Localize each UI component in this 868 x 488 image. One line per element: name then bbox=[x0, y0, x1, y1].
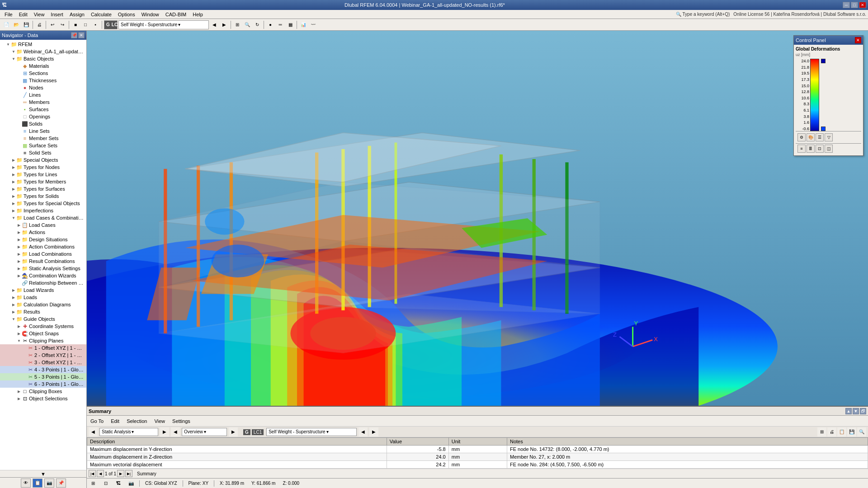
nav-tab-camera[interactable]: 📷 bbox=[44, 479, 54, 488]
nav-item-types-members[interactable]: ▶ 📁 Types for Members bbox=[0, 178, 86, 185]
control-panel-close-button[interactable]: ✕ bbox=[855, 37, 861, 43]
summary-expand-button[interactable]: ▲ bbox=[845, 408, 852, 414]
window-controls[interactable]: ─ □ ✕ bbox=[843, 2, 866, 8]
3d-viewport[interactable]: X Y Z Control Panel ✕ Global Deformation… bbox=[87, 31, 868, 406]
nav-item-static-analysis[interactable]: ▶ 📁 Static Analysis Settings bbox=[0, 265, 86, 272]
status-icon-2[interactable]: ⊡ bbox=[101, 479, 110, 488]
cp-list-icon[interactable]: ☰ bbox=[816, 133, 824, 141]
analysis-type-dropdown[interactable]: Static Analysis ▾ bbox=[99, 428, 158, 436]
print-button[interactable]: 🖨 bbox=[35, 20, 44, 29]
menu-window[interactable]: Window bbox=[139, 11, 162, 18]
toggle-rfem[interactable]: ▼ bbox=[5, 42, 11, 47]
nav-item-solid-sets[interactable]: ■ Solid Sets bbox=[0, 149, 86, 156]
toggle-project[interactable]: ▼ bbox=[11, 49, 16, 54]
lc-next-button[interactable]: ▶ bbox=[369, 427, 378, 436]
status-icon-1[interactable]: ⊞ bbox=[89, 479, 98, 488]
toggle-basic-objects[interactable]: ▼ bbox=[11, 56, 16, 61]
next-page-button[interactable]: ▶ bbox=[117, 470, 124, 477]
minimize-button[interactable]: ─ bbox=[843, 2, 850, 8]
menu-insert[interactable]: Insert bbox=[48, 11, 66, 18]
selection-button[interactable]: Selection bbox=[125, 418, 149, 425]
show-members-button[interactable]: ═ bbox=[276, 20, 285, 29]
navigator-scroll-down[interactable]: ▼ bbox=[0, 470, 86, 477]
nav-item-lines[interactable]: ╱ Lines bbox=[0, 91, 86, 99]
first-page-button[interactable]: |◀ bbox=[89, 470, 96, 477]
menu-file[interactable]: File bbox=[2, 11, 15, 18]
export-results-button[interactable]: 💾 bbox=[847, 427, 856, 436]
load-case-color[interactable]: G LC1 bbox=[104, 20, 118, 29]
status-icon-4[interactable]: 📷 bbox=[127, 479, 136, 488]
nav-item-members[interactable]: ═ Members bbox=[0, 99, 86, 106]
nav-item-sections[interactable]: ⊞ Sections bbox=[0, 70, 86, 77]
nav-item-solids[interactable]: ⬛ Solids bbox=[0, 120, 86, 127]
nav-item-load-cases-combinations[interactable]: ▼ 📁 Load Cases & Combinations bbox=[0, 214, 86, 221]
nav-item-types-nodes[interactable]: ▶ 📁 Types for Nodes bbox=[0, 164, 86, 171]
menu-view[interactable]: View bbox=[31, 11, 47, 18]
nav-item-load-combinations[interactable]: ▶ 📁 Load Combinations bbox=[0, 250, 86, 258]
nav-close-button[interactable]: ✕ bbox=[78, 32, 85, 38]
cp-settings-icon[interactable]: ⚙ bbox=[797, 133, 806, 141]
analysis-arrow-left[interactable]: ◀ bbox=[89, 427, 98, 436]
nav-item-clip-3[interactable]: ✂ 3 - Offset XYZ | 1 - Global X bbox=[0, 359, 86, 366]
nav-item-actions[interactable]: ▶ 📁 Actions bbox=[0, 229, 86, 236]
nav-item-loads[interactable]: ▶ 📁 Loads bbox=[0, 294, 86, 301]
print-results-button[interactable]: 🖨 bbox=[827, 427, 836, 436]
zoom-in-button[interactable]: 🔍 bbox=[243, 20, 252, 29]
view-button[interactable]: View bbox=[152, 418, 167, 425]
nav-tab-view[interactable]: 👁 bbox=[21, 479, 31, 488]
nav-item-action-combinations[interactable]: ▶ 📁 Action Combinations bbox=[0, 243, 86, 250]
lc-name-dropdown[interactable]: Self Weight - Superstructure ▾ bbox=[266, 428, 357, 436]
toggle-special[interactable]: ▶ bbox=[11, 157, 16, 163]
nav-float-button[interactable]: 📌 bbox=[71, 32, 77, 38]
redo-button[interactable]: ↪ bbox=[58, 20, 67, 29]
summary-float-button[interactable]: 🗗 bbox=[860, 408, 866, 414]
lc-prev-button[interactable]: ◀ bbox=[359, 427, 368, 436]
cp-tb2-2[interactable]: ≣ bbox=[807, 145, 815, 153]
nav-item-openings[interactable]: □ Openings bbox=[0, 113, 86, 120]
nav-item-design-situations[interactable]: ▶ 📁 Design Situations bbox=[0, 236, 86, 243]
nav-item-surface-sets[interactable]: ▦ Surface Sets bbox=[0, 142, 86, 149]
show-surfaces-button[interactable]: ▦ bbox=[286, 20, 295, 29]
overview-next-button[interactable]: ▶ bbox=[229, 427, 238, 436]
close-button[interactable]: ✕ bbox=[859, 2, 866, 8]
goto-button[interactable]: Go To bbox=[89, 418, 105, 425]
load-case-selector[interactable]: Self Weight - Superstructure ▾ bbox=[118, 20, 209, 29]
nav-item-line-sets[interactable]: ≡ Line Sets bbox=[0, 127, 86, 135]
nav-item-calc-diagrams[interactable]: ▶ 📁 Calculation Diagrams bbox=[0, 301, 86, 308]
nav-item-types-special[interactable]: ▶ 📁 Types for Special Objects bbox=[0, 200, 86, 207]
zoom-fit-results-button[interactable]: ⊞ bbox=[817, 427, 826, 436]
menu-help[interactable]: Help bbox=[190, 11, 206, 18]
nav-item-special-objects[interactable]: ▶ 📁 Special Objects bbox=[0, 156, 86, 164]
nav-tab-data[interactable]: 📋 bbox=[33, 479, 42, 488]
menu-cad-bim[interactable]: CAD-BIM bbox=[163, 11, 189, 18]
cp-color-icon[interactable]: 🎨 bbox=[807, 133, 815, 141]
nav-item-object-selections[interactable]: ▶ ⊡ Object Selections bbox=[0, 395, 86, 402]
nav-item-guide-objects[interactable]: ▼ 📁 Guide Objects bbox=[0, 315, 86, 323]
nav-item-types-surfaces[interactable]: ▶ 📁 Types for Surfaces bbox=[0, 185, 86, 192]
copy-results-button[interactable]: 📋 bbox=[837, 427, 846, 436]
nav-item-clip-4[interactable]: ✂ 4 - 3 Points | 1 - Global X bbox=[0, 366, 86, 373]
cp-tb2-3[interactable]: ⊡ bbox=[816, 145, 824, 153]
rotate-button[interactable]: ↻ bbox=[253, 20, 262, 29]
nav-item-relationship[interactable]: 🔗 Relationship Between Load C bbox=[0, 279, 86, 286]
nav-item-materials[interactable]: ◆ Materials bbox=[0, 62, 86, 70]
nav-item-object-snaps[interactable]: ▶ 🧲 Object Snaps bbox=[0, 330, 86, 337]
nav-item-basic-objects[interactable]: ▼ 📁 Basic Objects bbox=[0, 55, 86, 62]
analysis-arrow-right[interactable]: ▶ bbox=[160, 427, 169, 436]
nav-item-surfaces[interactable]: ▪ Surfaces bbox=[0, 106, 86, 113]
nav-item-project[interactable]: ▼ 📁 Webinar_GA-1_all-updated_NO-resul bbox=[0, 48, 86, 55]
analysis-prev-button[interactable]: ◀ bbox=[171, 427, 180, 436]
new-button[interactable]: 📄 bbox=[2, 20, 11, 29]
nav-item-thicknesses[interactable]: ▦ Thicknesses bbox=[0, 77, 86, 84]
view-wire-button[interactable]: □ bbox=[81, 20, 90, 29]
nav-item-load-wizards[interactable]: ▶ 📁 Load Wizards bbox=[0, 286, 86, 294]
cp-tb2-4[interactable]: ◫ bbox=[825, 145, 833, 153]
nav-item-nodes[interactable]: ● Nodes bbox=[0, 84, 86, 91]
nav-item-types-lines[interactable]: ▶ 📁 Types for Lines bbox=[0, 171, 86, 178]
nav-item-load-cases[interactable]: ▶ 📋 Load Cases bbox=[0, 221, 86, 229]
save-button[interactable]: 💾 bbox=[22, 20, 31, 29]
nav-item-results[interactable]: ▶ 📁 Results bbox=[0, 308, 86, 315]
cp-filter-icon[interactable]: ▽ bbox=[825, 133, 833, 141]
edit-button[interactable]: Edit bbox=[109, 418, 121, 425]
status-icon-3[interactable]: 🏗 bbox=[114, 479, 123, 488]
